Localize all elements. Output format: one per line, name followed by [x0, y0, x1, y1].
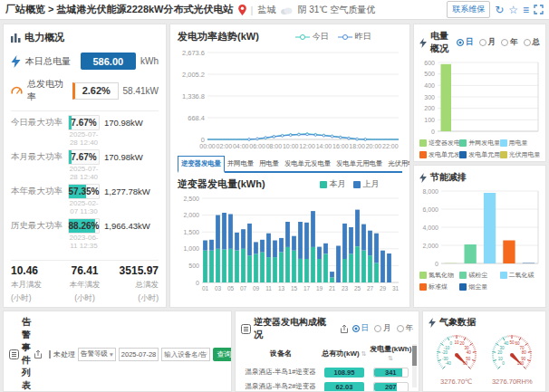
legend-item[interactable]: 并网发电量: [459, 139, 499, 148]
city-label: 盐城: [257, 4, 275, 16]
trend-title-row: 发电功率趋势(kW) 今日 昨日: [178, 30, 402, 43]
inverter-row[interactable]: 温泉酒店-半岛2#逆变器 62.03 207: [241, 379, 413, 392]
scrollbar-thumb[interactable]: [412, 346, 417, 366]
legend-item[interactable]: 烟尘量: [459, 282, 499, 292]
legend-item[interactable]: 碳粉尘: [459, 271, 499, 280]
query-button[interactable]: 查询: [213, 348, 232, 361]
svg-text:300: 300: [424, 94, 435, 100]
energy-radio-年[interactable]: 年: [501, 37, 518, 48]
inverter-composition-panel: 逆变器发电构成概况 日 月 年 设备名 总有功(kW) ⇅ 发电量(kWh) ⇅…: [235, 311, 419, 392]
tab-发电单元发电量[interactable]: 发电单元发电量: [282, 157, 333, 171]
full-hours-stats: 10.46 本月满发 (小时) 76.41 本年满发 (小时) 3515.97 …: [11, 264, 159, 304]
max-power-value: 1,966.43kW: [104, 221, 159, 231]
stat-value: 3515.97: [110, 264, 159, 277]
sort-icon[interactable]: ⇅: [361, 350, 367, 357]
lightning-icon: [419, 173, 427, 183]
export-icon[interactable]: [340, 324, 350, 334]
legend-item[interactable]: 逆变器发电量: [419, 139, 459, 148]
max-power-row: 今日最大功率 7.67% 170.98kW 2025-07-28 12:40: [11, 115, 159, 149]
lightning-icon: [11, 55, 21, 68]
today-energy-unit: kWh: [140, 56, 159, 66]
stat-unit: (小时): [61, 293, 110, 304]
max-power-bar: 7.67%: [68, 149, 100, 165]
legend-item[interactable]: 氮氧化物: [419, 271, 459, 280]
legend-item[interactable]: 上月: [353, 178, 380, 190]
legend-item[interactable]: 本月: [320, 178, 346, 190]
unhandled-checkbox[interactable]: [49, 350, 51, 359]
max-power-row: 本月最大功率 7.67% 170.98kW 2025-07-28 12:40: [11, 149, 159, 184]
svg-text:09: 09: [253, 285, 260, 292]
inverter-radio-月[interactable]: 月: [374, 323, 391, 334]
max-power-time: 2025-02-07 11:30: [68, 199, 100, 215]
max-power-label: 历史最大功率: [11, 220, 63, 232]
star-icon[interactable]: ☆: [508, 5, 518, 15]
svg-text:-40: -40: [445, 361, 451, 366]
svg-text:00:00: 00:00: [199, 143, 216, 149]
trend-panel: 发电功率趋势(kW) 今日 昨日 0668.41,336.82,005.22,6…: [169, 24, 410, 308]
tab-光伏用电量[interactable]: 光伏用电量: [385, 157, 410, 171]
top-bar: 厂站概览 > 盐城港光伏能源2228kW分布式光伏电站 | 盐城 阴 31℃ 空…: [0, 0, 549, 20]
emission-chart: 02,0004,0006,0008,000: [419, 186, 542, 269]
legend-item[interactable]: 二氧化碳: [500, 271, 540, 280]
svg-text:03: 03: [215, 285, 222, 292]
stat-unit: (小时): [110, 293, 159, 304]
alarm-level-select[interactable]: 告警等级 ▾: [78, 348, 116, 361]
panel-title-row: 电量概况 日 月 年 总: [419, 30, 540, 55]
tab-用电量[interactable]: 用电量: [256, 157, 282, 171]
max-power-value: 1,277.78kW: [104, 186, 159, 196]
legend-item[interactable]: 发电单元发电量: [419, 150, 459, 159]
svg-text:22:00: 22:00: [382, 143, 399, 149]
svg-text:40: 40: [505, 341, 510, 346]
inverter-radio-年[interactable]: 年: [397, 323, 414, 334]
legend-item[interactable]: 发电单元用电量: [459, 150, 499, 159]
svg-text:07: 07: [240, 285, 247, 292]
date-picker[interactable]: 2025-07-28: [119, 348, 159, 361]
export-icon[interactable]: [34, 349, 43, 359]
alarm-search-input[interactable]: [161, 348, 210, 361]
svg-text:1,500: 1,500: [183, 229, 199, 235]
power-overview-panel: 电力概况 本日总电量 586.00 kWh 总发电功率 2.62% 58.41k…: [3, 24, 167, 308]
svg-text:40: 40: [467, 350, 472, 355]
svg-text:05: 05: [227, 285, 235, 292]
contact-maintenance-button[interactable]: 联系维保: [447, 1, 490, 18]
temperature-gauge: -40-30-20-100102030405060 3276.70℃: [429, 330, 484, 386]
panel-title: 气象数据: [439, 316, 476, 329]
max-power-value: 170.98kW: [104, 152, 159, 162]
max-power-value: 170.98kW: [104, 118, 159, 128]
inverter-table: 设备名 总有功(kW) ⇅ 发电量(kWh) ⇅ 温泉酒店-半岛1#逆变器 10…: [241, 341, 413, 392]
list-icon[interactable]: ≡: [523, 5, 529, 15]
svg-text:-20: -20: [441, 350, 448, 355]
location-pin-icon: [238, 5, 246, 15]
energy-radio-日[interactable]: 日: [457, 37, 474, 48]
legend-item[interactable]: 标准煤: [419, 282, 459, 292]
svg-text:15: 15: [291, 285, 298, 292]
tab-逆变器发电量[interactable]: 逆变器发电量: [178, 156, 225, 173]
legend-item[interactable]: 昨日: [338, 31, 371, 43]
trend-chart-title: 发电功率趋势(kW): [178, 30, 259, 43]
fullscreen-icon[interactable]: [534, 5, 544, 14]
scrollbar[interactable]: [412, 344, 417, 387]
energy-radio-月[interactable]: 月: [479, 37, 496, 48]
svg-text:20:00: 20:00: [366, 143, 382, 149]
svg-text:2,005.2: 2,005.2: [182, 71, 205, 79]
max-power-percent: 57.35%: [69, 185, 99, 198]
total-power-row: 总发电功率 2.62% 58.41kW: [11, 78, 159, 103]
sort-icon[interactable]: ⇅: [388, 355, 393, 361]
inverter-radio-日[interactable]: 日: [352, 323, 370, 334]
legend-item[interactable]: 今日: [295, 31, 329, 43]
svg-text:21: 21: [329, 285, 336, 292]
svg-text:1,336.8: 1,336.8: [182, 92, 205, 100]
legend-item[interactable]: 光伏用电量: [500, 150, 540, 159]
max-power-time: 2025-07-28 12:40: [68, 165, 100, 181]
legend-item[interactable]: 用电量: [500, 139, 540, 148]
humidity-value: 3276.70RH%: [485, 378, 539, 386]
max-power-percent: 88.26%: [69, 219, 99, 233]
energy-radio-总[interactable]: 总: [524, 37, 541, 48]
refresh-icon[interactable]: ↻: [495, 5, 504, 15]
lightning-icon: [429, 318, 436, 328]
divider: [11, 260, 159, 261]
inverter-row[interactable]: 温泉酒店-半岛1#逆变器 108.95 341: [241, 365, 413, 379]
tab-并网电量[interactable]: 并网电量: [225, 157, 256, 171]
breadcrumb: 厂站概览 > 盐城港光伏能源2228kW分布式光伏电站: [5, 3, 234, 16]
tab-发电单元用电量[interactable]: 发电单元用电量: [333, 157, 385, 171]
